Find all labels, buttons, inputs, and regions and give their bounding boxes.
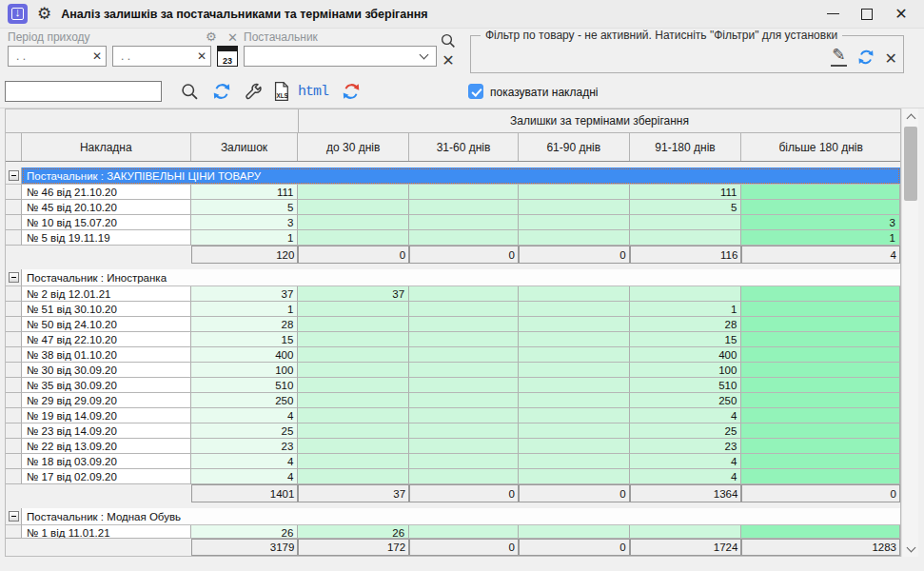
quick-search-field[interactable] xyxy=(5,81,162,102)
column-header-balance[interactable]: Залишок xyxy=(191,133,299,161)
days60-cell[interactable] xyxy=(409,423,519,439)
table-row[interactable]: № 51 від 30.10.2011 xyxy=(6,302,900,317)
calendar-button[interactable]: 23 xyxy=(217,46,238,67)
days30-cell[interactable] xyxy=(298,230,409,246)
days60-cell[interactable] xyxy=(409,317,519,332)
table-row[interactable]: № 47 від 22.10.201515 xyxy=(6,332,900,347)
table-row[interactable]: № 18 від 03.09.2044 xyxy=(6,454,900,469)
over180-cell[interactable] xyxy=(741,185,900,200)
column-header-180days[interactable]: 91-180 днів xyxy=(630,133,742,161)
supplier-search-button[interactable] xyxy=(439,31,458,50)
over180-cell[interactable] xyxy=(741,286,900,302)
days30-cell[interactable] xyxy=(298,454,409,469)
over180-cell[interactable] xyxy=(741,378,900,393)
supplier-clear-button[interactable]: ✕ xyxy=(439,51,458,70)
days30-cell[interactable] xyxy=(298,423,409,439)
days180-cell[interactable]: 23 xyxy=(630,439,742,454)
collapse-icon[interactable] xyxy=(9,170,19,181)
column-header-over180days[interactable]: більше 180 днів xyxy=(741,133,900,161)
table-row[interactable]: № 29 від 29.09.20250250 xyxy=(6,393,900,408)
table-row[interactable]: № 35 від 30.09.20510510 xyxy=(6,378,900,393)
table-row[interactable]: № 1 від 11.01.212626 xyxy=(6,525,900,538)
collapse-icon[interactable] xyxy=(9,272,19,283)
days30-cell[interactable]: 37 xyxy=(298,286,409,302)
days60-cell[interactable] xyxy=(409,215,519,230)
invoice-cell[interactable]: № 35 від 30.09.20 xyxy=(22,378,191,393)
column-header-invoice[interactable]: Накладна xyxy=(22,133,191,161)
over180-cell[interactable] xyxy=(741,439,900,454)
days30-cell[interactable] xyxy=(298,347,409,363)
scroll-down-button[interactable] xyxy=(902,541,919,557)
over180-cell[interactable] xyxy=(741,454,900,469)
close-filter-icon[interactable]: ✕ xyxy=(885,51,897,67)
days30-cell[interactable] xyxy=(298,408,409,423)
invoice-cell[interactable]: № 10 від 15.07.20 xyxy=(22,215,191,230)
column-header-90days[interactable]: 61-90 днів xyxy=(519,133,630,161)
invoice-cell[interactable]: № 51 від 30.10.20 xyxy=(22,302,191,317)
days90-cell[interactable] xyxy=(519,286,630,302)
collapse-icon[interactable] xyxy=(9,511,19,522)
days180-cell[interactable]: 4 xyxy=(630,408,742,423)
days90-cell[interactable] xyxy=(519,439,630,454)
days180-cell[interactable]: 25 xyxy=(630,423,742,439)
invoice-cell[interactable]: № 46 від 21.10.20 xyxy=(22,185,191,200)
days180-cell[interactable] xyxy=(630,215,742,230)
days30-cell[interactable] xyxy=(298,363,409,378)
days180-cell[interactable]: 400 xyxy=(630,347,742,363)
invoice-cell[interactable]: № 18 від 03.09.20 xyxy=(22,454,191,469)
refresh-button[interactable] xyxy=(210,80,233,103)
table-row[interactable]: № 30 від 30.09.20100100 xyxy=(6,363,900,378)
balance-cell[interactable]: 250 xyxy=(191,393,299,408)
balance-cell[interactable]: 100 xyxy=(191,363,299,378)
over180-cell[interactable] xyxy=(741,525,900,538)
show-invoices-checkbox[interactable] xyxy=(468,84,483,99)
vertical-scrollbar[interactable] xyxy=(901,108,918,557)
over180-cell[interactable]: 1 xyxy=(741,230,900,246)
invoice-cell[interactable]: № 17 від 02.09.20 xyxy=(22,469,191,484)
over180-cell[interactable] xyxy=(741,347,900,363)
date-from-input[interactable] xyxy=(9,49,88,63)
invoice-cell[interactable]: № 19 від 14.09.20 xyxy=(22,408,191,423)
days180-cell[interactable]: 111 xyxy=(630,185,742,200)
invoice-cell[interactable]: № 5 від 19.11.19 xyxy=(22,230,191,246)
reload-data-button[interactable] xyxy=(340,80,363,103)
days180-cell[interactable]: 510 xyxy=(630,378,742,393)
days60-cell[interactable] xyxy=(409,363,519,378)
date-to-clear-icon[interactable]: ✕ xyxy=(193,49,210,63)
over180-cell[interactable] xyxy=(741,423,900,439)
days60-cell[interactable] xyxy=(409,378,519,393)
days60-cell[interactable] xyxy=(409,185,519,200)
days30-cell[interactable] xyxy=(298,469,409,484)
days90-cell[interactable] xyxy=(519,423,630,439)
over180-cell[interactable] xyxy=(741,408,900,423)
days30-cell[interactable] xyxy=(298,302,409,317)
days180-cell[interactable]: 100 xyxy=(630,363,742,378)
days180-cell[interactable]: 4 xyxy=(630,469,742,484)
days30-cell[interactable] xyxy=(298,317,409,332)
balance-cell[interactable]: 4 xyxy=(191,469,299,484)
balance-cell[interactable]: 111 xyxy=(191,185,299,200)
days90-cell[interactable] xyxy=(519,363,630,378)
days60-cell[interactable] xyxy=(409,454,519,469)
days90-cell[interactable] xyxy=(519,185,630,200)
invoice-cell[interactable]: № 30 від 30.09.20 xyxy=(22,363,191,378)
period-gear-icon[interactable]: ⚙ xyxy=(206,30,217,43)
table-row[interactable]: № 46 від 21.10.20111111 xyxy=(6,185,900,200)
tools-button[interactable] xyxy=(242,80,265,103)
days90-cell[interactable] xyxy=(519,408,630,423)
days180-cell[interactable] xyxy=(630,286,742,302)
days30-cell[interactable] xyxy=(298,378,409,393)
balance-cell[interactable]: 28 xyxy=(191,317,299,332)
days180-cell[interactable]: 250 xyxy=(630,393,742,408)
table-row[interactable]: № 45 від 20.10.2055 xyxy=(6,200,900,215)
settings-gear-icon[interactable]: ⚙ xyxy=(37,6,51,22)
table-row[interactable]: № 10 від 15.07.2033 xyxy=(6,215,900,230)
date-from-clear-icon[interactable]: ✕ xyxy=(88,49,106,63)
export-html-button[interactable]: html xyxy=(297,80,329,103)
days90-cell[interactable] xyxy=(519,230,630,246)
days60-cell[interactable] xyxy=(409,393,519,408)
invoice-cell[interactable]: № 45 від 20.10.20 xyxy=(22,200,191,215)
invoice-cell[interactable]: № 1 від 11.01.21 xyxy=(22,525,191,538)
invoice-cell[interactable]: № 2 від 12.01.21 xyxy=(22,286,191,302)
days60-cell[interactable] xyxy=(409,469,519,484)
